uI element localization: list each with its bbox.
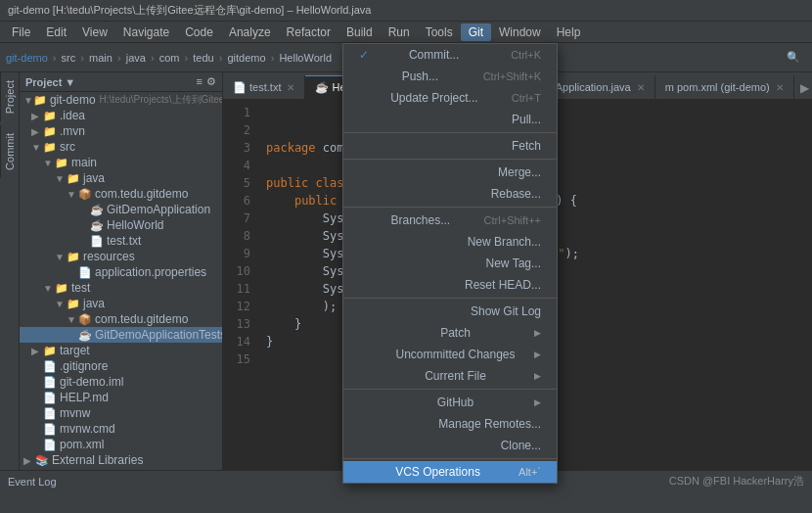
show-log-label: Show Git Log — [471, 304, 541, 318]
tab-close-icon[interactable]: ✕ — [776, 82, 784, 93]
git-menu-commit[interactable]: ✓ Commit... Ctrl+K — [343, 44, 557, 66]
tree-root[interactable]: ▼ 📁 git-demo H:\tedu\Projects\上传到Gitee远程… — [20, 92, 222, 108]
commit-tab[interactable]: Commit — [0, 125, 19, 178]
list-item[interactable]: 📄HELP.md — [20, 390, 222, 405]
tab-close-icon[interactable]: ✕ — [637, 82, 645, 93]
list-item[interactable]: ▼📦com.tedu.gitdemo — [20, 186, 222, 202]
breadcrumb-main[interactable]: main — [89, 52, 113, 64]
item-label: Scratches and Consoles — [52, 469, 179, 470]
git-menu-patch[interactable]: Patch — [343, 322, 557, 344]
list-item[interactable]: ☕HelloWorld — [20, 217, 222, 233]
list-item[interactable]: 📄git-demo.iml — [20, 374, 222, 390]
push-shortcut: Ctrl+Shift+K — [483, 70, 541, 82]
menu-refactor[interactable]: Refactor — [279, 23, 338, 41]
breadcrumb-java[interactable]: java — [126, 52, 146, 64]
git-menu-push[interactable]: Push... Ctrl+Shift+K — [343, 66, 557, 87]
list-item[interactable]: ▼📁src — [20, 139, 222, 155]
java-icon: ☕ — [90, 219, 104, 232]
breadcrumb-sep3: › — [117, 52, 124, 64]
item-label: External Libraries — [52, 453, 143, 467]
item-label: resources — [83, 250, 135, 263]
menu-file[interactable]: File — [4, 23, 38, 41]
breadcrumb-gitdemo[interactable]: git-demo — [6, 52, 48, 64]
git-menu-github[interactable]: GitHub — [343, 392, 557, 413]
git-menu-fetch[interactable]: Fetch — [343, 135, 557, 157]
tab-close-icon[interactable]: ✕ — [287, 82, 294, 93]
list-item[interactable]: ▼📁java — [20, 170, 222, 186]
list-item[interactable]: 📄application.properties — [20, 264, 222, 280]
sidebar-icon-1[interactable]: ≡ — [197, 75, 203, 88]
folder-icon: 📁 — [67, 172, 80, 185]
menu-code[interactable]: Code — [177, 23, 221, 41]
tab-pom[interactable]: m pom.xml (git-demo) ✕ — [655, 75, 794, 99]
file-icon: 📄 — [90, 235, 104, 248]
list-item[interactable]: ▶📁target — [20, 343, 222, 358]
git-menu-merge[interactable]: Merge... — [343, 162, 557, 183]
sidebar-icon-2[interactable]: ⚙ — [206, 75, 216, 88]
tab-test-txt[interactable]: 📄 test.txt ✕ — [223, 75, 305, 99]
list-item[interactable]: ▼📁java — [20, 296, 222, 311]
breadcrumb-helloworld[interactable]: HelloWorld — [279, 52, 332, 64]
list-item[interactable]: ▼📁main — [20, 155, 222, 170]
merge-label: Merge... — [498, 165, 541, 179]
list-item[interactable]: 📄mvnw.cmd — [20, 421, 222, 437]
menu-view[interactable]: View — [74, 23, 115, 41]
list-item[interactable]: 📄mvnw — [20, 405, 222, 421]
breadcrumb-com[interactable]: com — [159, 52, 180, 64]
git-menu-vcs-operations[interactable]: VCS Operations Alt+` — [343, 461, 557, 483]
menu-window[interactable]: Window — [491, 23, 549, 41]
list-item[interactable]: ▶📁.mvn — [20, 123, 222, 139]
git-menu-update[interactable]: Update Project... Ctrl+T — [343, 87, 557, 109]
line-numbers: 12345 678910 1112131415 — [223, 100, 258, 470]
toolbar-search-btn[interactable]: 🔍 — [781, 49, 806, 66]
arrow: ▼ — [43, 158, 55, 168]
menu-edit[interactable]: Edit — [38, 23, 74, 41]
list-item[interactable]: ☕GitDemoApplication — [20, 202, 222, 217]
list-item[interactable]: 📄pom.xml — [20, 437, 222, 452]
list-item[interactable]: ▶📚External Libraries — [20, 452, 222, 468]
breadcrumb-gitdemo2[interactable]: gitdemo — [227, 52, 265, 64]
folder-icon: 📁 — [67, 251, 80, 263]
menu-analyze[interactable]: Analyze — [221, 23, 279, 41]
separator — [343, 298, 557, 299]
git-menu-branches[interactable]: Branches... Ctrl+Shift++ — [343, 210, 557, 231]
menu-git[interactable]: Git — [461, 23, 491, 41]
update-shortcut: Ctrl+T — [512, 92, 541, 104]
package-icon: 📦 — [78, 313, 92, 326]
arrow: ▼ — [55, 173, 67, 184]
breadcrumb-src[interactable]: src — [62, 52, 76, 64]
git-menu-clone[interactable]: Clone... — [343, 435, 557, 456]
menu-navigate[interactable]: Navigate — [115, 23, 177, 41]
list-item[interactable]: ▼📁test — [20, 280, 222, 296]
list-item[interactable]: ▶📁.idea — [20, 108, 222, 123]
menu-tools[interactable]: Tools — [418, 23, 461, 41]
git-menu-new-branch[interactable]: New Branch... — [343, 231, 557, 253]
list-item[interactable]: 📄.gitignore — [20, 358, 222, 374]
git-menu-rebase[interactable]: Rebase... — [343, 183, 557, 205]
arrow: ▼ — [55, 299, 67, 309]
folder-icon: 📁 — [43, 345, 57, 357]
list-item[interactable]: 📄test.txt — [20, 233, 222, 249]
git-menu-uncommitted[interactable]: Uncommitted Changes — [343, 344, 557, 365]
list-item[interactable]: ▶📝Scratches and Consoles — [20, 468, 222, 470]
git-menu-pull[interactable]: Pull... — [343, 109, 557, 130]
root-icon: 📁 — [33, 94, 47, 107]
breadcrumb: git-demo › src › main › java › com › ted… — [6, 52, 332, 64]
list-item[interactable]: ▼📁resources — [20, 249, 222, 264]
git-menu-show-log[interactable]: Show Git Log — [343, 301, 557, 322]
rebase-label: Rebase... — [491, 187, 541, 201]
git-menu-manage-remotes[interactable]: Manage Remotes... — [343, 413, 557, 435]
git-menu-new-tag[interactable]: New Tag... — [343, 253, 557, 274]
git-menu-reset-head[interactable]: Reset HEAD... — [343, 274, 557, 296]
menu-help[interactable]: Help — [549, 23, 589, 41]
breadcrumb-tedu[interactable]: tedu — [193, 52, 213, 64]
list-item[interactable]: ▼📦com.tedu.gitdemo — [20, 311, 222, 327]
git-menu-current-file[interactable]: Current File — [343, 365, 557, 387]
menu-run[interactable]: Run — [381, 23, 418, 41]
menu-build[interactable]: Build — [338, 23, 381, 41]
project-tab[interactable]: Project — [0, 72, 19, 121]
patch-label: Patch — [440, 326, 471, 340]
event-log-label[interactable]: Event Log — [8, 476, 57, 488]
list-item[interactable]: ☕GitDemoApplicationTests — [20, 327, 222, 343]
tab-scroll-right[interactable]: ▶ — [794, 77, 812, 99]
